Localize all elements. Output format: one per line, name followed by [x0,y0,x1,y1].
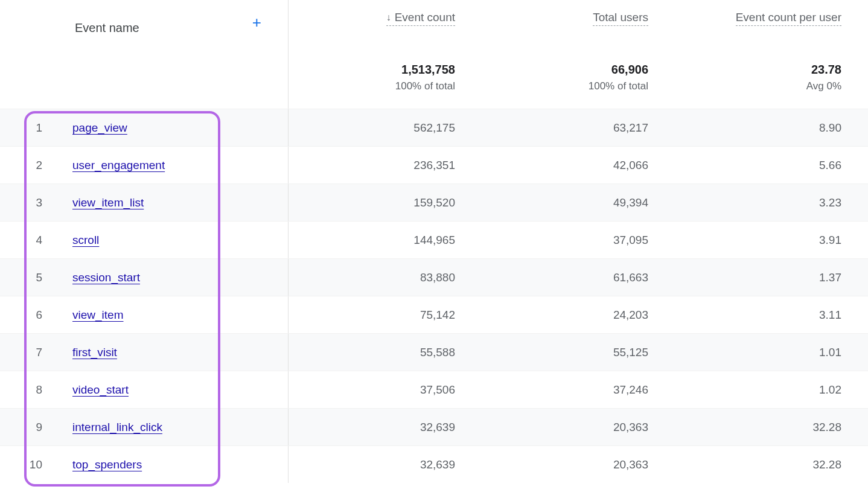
row-name-cell: video_start [72,371,289,408]
summary-event-count-value: 1,513,758 [289,63,455,77]
events-table: Event name + ↓ Event count Total users E… [0,0,868,483]
table-row: 5session_start83,88061,6631.37 [0,258,868,296]
summary-per-user-sub: Avg 0% [675,80,841,92]
row-per-user: 3.91 [675,234,868,247]
row-index: 6 [0,308,72,322]
event-name-label: Event name [75,21,139,35]
row-per-user: 1.37 [675,271,868,284]
column-header-event-count-per-user[interactable]: Event count per user [675,0,868,26]
row-event-count: 37,506 [289,383,482,397]
table-row: 9internal_link_click32,63920,36332.28 [0,408,868,445]
row-name-cell: view_item_list [72,184,289,221]
row-total-users: 49,394 [482,196,675,209]
table-row: 3view_item_list159,52049,3943.23 [0,184,868,221]
event-link[interactable]: view_item_list [72,196,144,209]
table-row: 4scroll144,96537,0953.91 [0,221,868,258]
event-count-label: Event count [395,11,455,24]
table-row: 2user_engagement236,35142,0665.66 [0,146,868,184]
row-total-users: 42,066 [482,159,675,172]
row-event-count: 144,965 [289,234,482,247]
row-event-count: 75,142 [289,308,482,322]
row-total-users: 55,125 [482,346,675,359]
row-total-users: 24,203 [482,308,675,322]
row-event-count: 32,639 [289,421,482,434]
row-name-cell: user_engagement [72,147,289,184]
event-link[interactable]: top_spenders [72,458,142,471]
row-name-cell: view_item [72,296,289,333]
row-name-cell: session_start [72,259,289,296]
event-link[interactable]: view_item [72,308,123,322]
row-index: 1 [0,121,72,135]
event-link[interactable]: page_view [72,121,127,135]
event-link[interactable]: user_engagement [72,159,165,172]
row-name-cell: top_spenders [72,446,289,483]
row-total-users: 37,246 [482,383,675,397]
row-name-cell: scroll [72,222,289,258]
row-per-user: 8.90 [675,121,868,135]
summary-row: 1,513,758 100% of total 66,906 100% of t… [0,45,868,109]
table-row: 6view_item75,14224,2033.11 [0,296,868,333]
row-index: 3 [0,196,72,209]
table-header: Event name + ↓ Event count Total users E… [0,0,868,45]
row-per-user: 1.01 [675,346,868,359]
column-header-total-users[interactable]: Total users [482,0,675,26]
row-event-count: 562,175 [289,121,482,135]
summary-event-count-sub: 100% of total [289,80,455,92]
row-index: 9 [0,421,72,434]
row-index: 10 [0,458,72,471]
row-per-user: 3.23 [675,196,868,209]
table-row: 10top_spenders32,63920,36332.28 [0,445,868,483]
event-link[interactable]: session_start [72,271,140,284]
row-per-user: 32.28 [675,458,868,471]
event-count-per-user-label: Event count per user [736,11,841,24]
row-total-users: 20,363 [482,458,675,471]
row-event-count: 32,639 [289,458,482,471]
summary-total-users: 66,906 100% of total [482,45,675,109]
event-link[interactable]: first_visit [72,346,117,359]
summary-total-users-value: 66,906 [482,63,648,77]
row-index: 8 [0,383,72,397]
total-users-label: Total users [593,11,648,24]
row-per-user: 32.28 [675,421,868,434]
table-row: 1page_view562,17563,2178.90 [0,109,868,146]
column-header-event-name: Event name + [0,0,289,45]
sort-descending-icon: ↓ [386,12,391,23]
summary-per-user-value: 23.78 [675,63,841,77]
row-index: 5 [0,271,72,284]
row-name-cell: internal_link_click [72,409,289,445]
row-per-user: 1.02 [675,383,868,397]
row-name-cell: first_visit [72,334,289,371]
event-link[interactable]: scroll [72,234,99,247]
summary-total-users-sub: 100% of total [482,80,648,92]
summary-name-cell [0,45,289,109]
row-total-users: 63,217 [482,121,675,135]
row-per-user: 3.11 [675,308,868,322]
row-event-count: 159,520 [289,196,482,209]
add-dimension-button[interactable]: + [252,13,261,32]
row-event-count: 55,588 [289,346,482,359]
table-row: 8video_start37,50637,2461.02 [0,371,868,408]
event-link[interactable]: internal_link_click [72,421,162,434]
row-name-cell: page_view [72,109,289,146]
summary-per-user: 23.78 Avg 0% [675,45,868,109]
summary-event-count: 1,513,758 100% of total [289,45,482,109]
event-link[interactable]: video_start [72,383,129,397]
row-event-count: 236,351 [289,159,482,172]
row-total-users: 37,095 [482,234,675,247]
table-body: 1page_view562,17563,2178.902user_engagem… [0,109,868,483]
row-index: 4 [0,234,72,247]
row-index: 7 [0,346,72,359]
row-per-user: 5.66 [675,159,868,172]
column-header-event-count[interactable]: ↓ Event count [289,0,482,26]
row-event-count: 83,880 [289,271,482,284]
row-total-users: 20,363 [482,421,675,434]
row-total-users: 61,663 [482,271,675,284]
row-index: 2 [0,159,72,172]
table-row: 7first_visit55,58855,1251.01 [0,333,868,371]
